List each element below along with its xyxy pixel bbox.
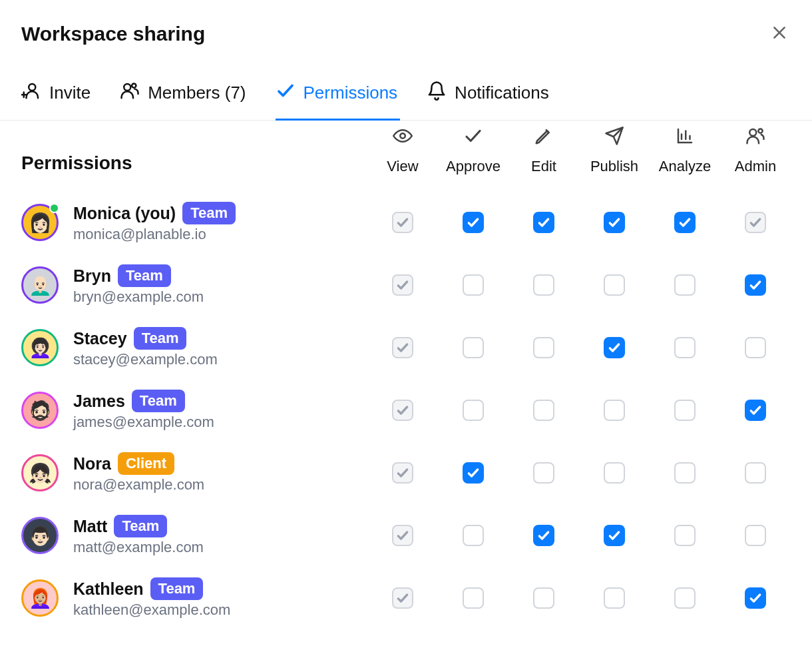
checkbox-edit[interactable] bbox=[533, 525, 554, 546]
checkbox-edit[interactable] bbox=[533, 462, 554, 484]
avatar-wrap: 👩🏻‍🦱 bbox=[21, 329, 59, 366]
perm-cell-approve bbox=[438, 337, 508, 358]
perm-cell-approve bbox=[438, 212, 508, 233]
member-row: 👧🏻NoraClientnora@example.com bbox=[21, 442, 791, 504]
avatar-wrap: 👧🏻 bbox=[21, 454, 59, 492]
avatar-wrap: 👩🏼‍🦰 bbox=[21, 579, 59, 617]
checkbox-approve[interactable] bbox=[463, 587, 484, 609]
checkbox-edit[interactable] bbox=[533, 212, 554, 233]
checkbox-view bbox=[392, 400, 413, 421]
perm-cell-edit bbox=[508, 400, 579, 421]
perm-cell-analyze bbox=[650, 462, 720, 484]
checkbox-edit[interactable] bbox=[533, 274, 554, 296]
member-email: james@example.com bbox=[73, 414, 214, 431]
perm-cell-view bbox=[367, 212, 438, 233]
checkbox-approve[interactable] bbox=[463, 400, 484, 421]
permissions-header-row: View Approve Edit bbox=[21, 126, 791, 175]
perm-cell-analyze bbox=[650, 400, 720, 421]
member-name-line: BrynTeam bbox=[73, 264, 204, 287]
checkbox-edit[interactable] bbox=[533, 587, 554, 609]
checkbox-analyze[interactable] bbox=[674, 274, 696, 296]
member-name: James bbox=[73, 392, 125, 411]
member-text: NoraClientnora@example.com bbox=[73, 452, 204, 494]
perm-cell-publish bbox=[579, 212, 650, 233]
checkbox-analyze[interactable] bbox=[674, 462, 696, 484]
perm-cell-edit bbox=[508, 525, 579, 546]
checkbox-analyze[interactable] bbox=[674, 212, 696, 233]
member-name: Matt bbox=[73, 517, 107, 536]
perm-cell-edit bbox=[508, 337, 579, 358]
column-label: Edit bbox=[531, 158, 556, 175]
checkbox-publish[interactable] bbox=[604, 462, 625, 484]
perm-cell-view bbox=[367, 525, 438, 546]
checkbox-publish[interactable] bbox=[604, 212, 625, 233]
member-name: Kathleen bbox=[73, 579, 144, 599]
checkbox-approve[interactable] bbox=[463, 462, 484, 484]
checkbox-publish[interactable] bbox=[604, 587, 625, 609]
checkbox-admin[interactable] bbox=[745, 587, 766, 609]
avatar: 👩🏻‍🦱 bbox=[21, 329, 59, 366]
perm-cell-approve bbox=[438, 525, 508, 546]
checkbox-admin[interactable] bbox=[745, 525, 766, 546]
checkbox-edit[interactable] bbox=[533, 400, 554, 421]
role-badge: Team bbox=[150, 577, 204, 600]
checkbox-approve[interactable] bbox=[463, 525, 484, 546]
avatar-wrap: 👨🏻 bbox=[21, 517, 59, 554]
perm-cell-analyze bbox=[650, 212, 720, 233]
tab-invite[interactable]: Invite bbox=[21, 67, 93, 121]
member-name: Nora bbox=[73, 454, 111, 474]
members-list: 👩🏻Monica (you)Teammonica@planable.io👨🏻‍🦲… bbox=[21, 191, 791, 629]
tabs: Invite Members (7) Permissions Notificat… bbox=[0, 67, 812, 121]
checkbox-publish[interactable] bbox=[604, 525, 625, 546]
member-info: 🧔🏻JamesTeamjames@example.com bbox=[21, 390, 367, 431]
member-row: 🧔🏻JamesTeamjames@example.com bbox=[21, 379, 791, 442]
perm-cell-analyze bbox=[650, 274, 720, 296]
checkbox-publish[interactable] bbox=[604, 337, 625, 358]
workspace-sharing-dialog: Workspace sharing Invite Members (7) Per… bbox=[0, 0, 812, 629]
checkbox-approve[interactable] bbox=[463, 274, 484, 296]
role-badge: Team bbox=[182, 202, 236, 224]
checkbox-admin[interactable] bbox=[745, 462, 766, 484]
tab-members[interactable]: Members (7) bbox=[120, 67, 248, 121]
checkbox-view bbox=[392, 462, 413, 484]
tab-notifications[interactable]: Notifications bbox=[427, 67, 552, 121]
checkbox-admin[interactable] bbox=[745, 337, 766, 358]
checkbox-publish[interactable] bbox=[604, 274, 625, 296]
perm-cell-publish bbox=[579, 274, 650, 296]
checkbox-view bbox=[392, 525, 413, 546]
dialog-header: Workspace sharing bbox=[0, 0, 812, 46]
checkbox-publish[interactable] bbox=[604, 400, 625, 421]
checkbox-edit[interactable] bbox=[533, 337, 554, 358]
send-icon bbox=[604, 126, 624, 150]
perm-cell-admin bbox=[720, 462, 791, 484]
tab-label: Permissions bbox=[304, 83, 398, 103]
checkbox-admin bbox=[745, 212, 766, 233]
role-badge: Client bbox=[118, 452, 174, 475]
member-row: 👨🏻‍🦲BrynTeambryn@example.com bbox=[21, 254, 791, 316]
perm-cell-admin bbox=[720, 587, 791, 609]
close-button[interactable] bbox=[768, 21, 791, 46]
checkbox-analyze[interactable] bbox=[674, 587, 696, 609]
checkbox-admin[interactable] bbox=[745, 400, 766, 421]
checkbox-approve[interactable] bbox=[463, 212, 484, 233]
tab-permissions[interactable]: Permissions bbox=[276, 67, 401, 121]
checkbox-analyze[interactable] bbox=[674, 400, 696, 421]
perm-cell-edit bbox=[508, 587, 579, 609]
checkbox-analyze[interactable] bbox=[674, 525, 696, 546]
perm-cell-approve bbox=[438, 274, 508, 296]
perm-cell-approve bbox=[438, 400, 508, 421]
avatar-wrap: 🧔🏻 bbox=[21, 392, 59, 429]
checkbox-analyze[interactable] bbox=[674, 337, 696, 358]
column-label: Admin bbox=[735, 158, 776, 175]
avatar: 👨🏻 bbox=[21, 517, 59, 554]
avatar: 👩🏼‍🦰 bbox=[21, 579, 59, 617]
checkbox-approve[interactable] bbox=[463, 337, 484, 358]
member-text: StaceyTeamstacey@example.com bbox=[73, 327, 218, 368]
checkbox-admin[interactable] bbox=[745, 274, 766, 296]
pencil-icon bbox=[534, 126, 554, 150]
column-header-analyze: Analyze bbox=[650, 126, 720, 175]
eye-icon bbox=[393, 126, 413, 150]
member-text: Monica (you)Teammonica@planable.io bbox=[73, 202, 236, 243]
column-header-publish: Publish bbox=[579, 126, 650, 175]
perm-cell-approve bbox=[438, 587, 508, 609]
